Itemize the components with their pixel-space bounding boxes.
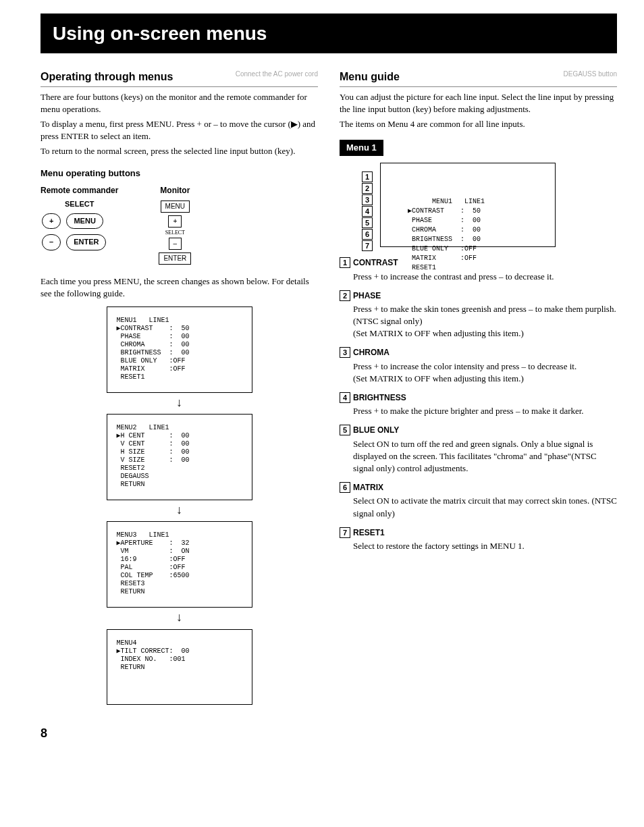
item-description: Select ON to turn off the red and green … [353,438,617,475]
subheading-buttons: Menu operating buttons [41,167,318,180]
item-description: Select ON to activate the matrix circuit… [353,495,617,519]
monitor-select-label: SELECT [165,229,185,236]
page-number: 8 [41,725,617,742]
item-number-box: 7 [340,527,350,538]
label-monitor: Monitor [160,185,190,196]
item-term: BLUE ONLY [353,425,399,435]
item-description: Press + to make the picture brighter and… [353,405,617,417]
menu1-tab: Menu 1 [340,140,383,156]
item-term: CHROMA [353,348,390,357]
menu3-screen: MENU3 LINE1 ▶APERTURE : 32 VM : ON 16:9 … [107,521,252,608]
label-remote: Remote commander [41,185,118,196]
item-number-box: 2 [340,290,350,301]
item-number-box: 3 [340,347,350,358]
guide-item: 6MATRIXSelect ON to activate the matrix … [340,481,617,520]
item-description: Select to restore the factory settings i… [353,540,617,552]
button-diagram: Remote commander SELECT + MENU – ENTER M… [41,185,318,266]
item-description: Press + to increase the color intensity … [353,361,617,385]
menu-button: MENU [66,213,103,229]
menu-sequence: MENU1 LINE1 ▶CONTRAST : 50 PHASE : 00 CH… [41,306,318,705]
guide-item: 3CHROMAPress + to increase the color int… [340,346,617,385]
callout-2: 2 [362,183,373,194]
item-term: BRIGHTNESS [353,393,406,402]
guide-item: 7RESET1Select to restore the factory set… [340,527,617,552]
monitor-menu-button: MENU [161,201,190,213]
guide-intro: You can adjust the picture for each line… [340,91,617,115]
callout-1: 1 [362,171,373,182]
monitor-plus-button: + [168,215,182,228]
item-description: Press + to increase the contrast and pre… [353,271,617,283]
guide-intro: The items on Menu 4 are common for all l… [340,118,617,130]
item-number-box: 6 [340,482,350,493]
menu4-screen: MENU4 ▶TILT CORRECT: 00 INDEX NO. :001 R… [107,629,252,705]
item-number-box: 1 [340,257,350,268]
intro-paragraph: To display a menu, first press MENU. Pre… [41,118,318,142]
intro-paragraph: There are four buttons (keys) on the mon… [41,91,318,115]
item-term: CONTRAST [353,258,398,267]
guide-item: 5BLUE ONLYSelect ON to turn off the red … [340,424,617,475]
guide-items-list: 1CONTRASTPress + to increase the contras… [340,257,617,552]
item-term: RESET1 [353,528,385,537]
label-select: SELECT [41,199,118,209]
section-heading-operating: Operating through menus Connect the AC p… [41,70,318,86]
monitor-enter-button: ENTER [159,252,191,265]
callout-5: 5 [362,217,373,228]
intro-paragraph: To return to the normal screen, press th… [41,145,318,157]
page-title: Using on-screen menus [41,14,617,53]
minus-button: – [42,234,61,250]
callout-numbers: 1 2 3 4 5 6 7 [362,171,375,251]
right-column: Menu guide DEGAUSS button You can adjust… [340,70,617,704]
down-arrow-icon: ↓ [176,394,182,411]
down-arrow-icon: ↓ [176,502,182,518]
ghost-overprint: DEGAUSS button [564,70,617,79]
ghost-overprint: Connect the AC power cord [236,70,318,79]
item-term: PHASE [353,291,381,300]
between-paragraph: Each time you press MENU, the screen cha… [41,275,318,300]
callout-3: 3 [362,194,373,205]
callout-4: 4 [362,206,373,217]
left-column: Operating through menus Connect the AC p… [41,70,318,704]
diagram-text: MENU1 LINE1 ▶CONTRAST : 50 PHASE : 00 CH… [408,198,485,271]
item-description: Press + to make the skin tones greenish … [353,303,617,340]
guide-item: 4BRIGHTNESSPress + to make the picture b… [340,392,617,417]
menu1-diagram: 1 2 3 4 5 6 7 MENU1 LINE1 ▶CONTRAST : 50… [380,163,556,247]
section-heading-text: Menu guide [340,71,400,82]
guide-item: 1CONTRASTPress + to increase the contras… [340,257,617,282]
guide-item: 2PHASEPress + to make the skin tones gre… [340,290,617,340]
item-term: MATRIX [353,483,383,492]
callout-6: 6 [362,229,373,240]
section-heading-guide: Menu guide DEGAUSS button [340,70,617,86]
item-number-box: 5 [340,425,350,435]
menu1-screen: MENU1 LINE1 ▶CONTRAST : 50 PHASE : 00 CH… [107,306,252,393]
callout-7: 7 [362,240,373,251]
down-arrow-icon: ↓ [176,609,182,626]
enter-button: ENTER [66,234,106,250]
menu2-screen: MENU2 LINE1 ▶H CENT : 00 V CENT : 00 H S… [107,414,252,500]
plus-button: + [42,213,61,229]
section-heading-text: Operating through menus [41,71,173,82]
item-number-box: 4 [340,392,350,403]
monitor-minus-button: – [169,238,182,250]
